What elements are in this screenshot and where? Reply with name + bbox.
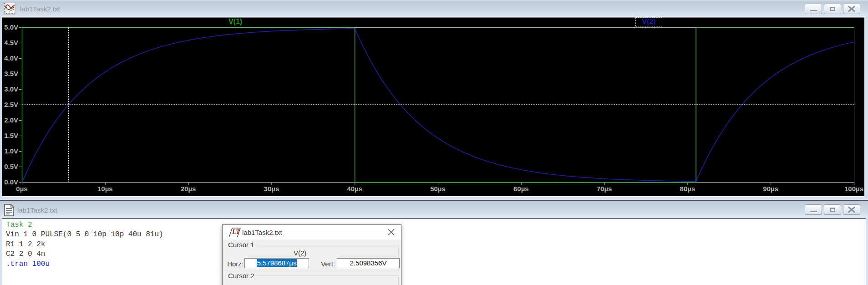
netlist-line[interactable]: Vin 1 0 PULSE(0 5 0 10p 10p 40u 81u) <box>6 230 163 239</box>
cursor1-group-label: Cursor 1 <box>227 241 256 249</box>
x-axis-label: 70µs <box>597 185 612 193</box>
x-axis-label: 90µs <box>763 185 778 193</box>
ltspice-app: lab1Task2.txt 5.0V4.5V4.0V3.5V3.0V2.5V2.… <box>0 0 868 285</box>
netlist-close-button[interactable] <box>843 204 860 215</box>
trace-label-v1[interactable]: V(1) <box>222 18 249 26</box>
trace-label-v2[interactable]: V(2) <box>635 17 662 26</box>
netlist-line[interactable]: Task 2 <box>6 220 163 230</box>
ltspice-logo-icon: LT <box>228 227 241 238</box>
waveform-minimize-button[interactable] <box>805 4 822 14</box>
x-axis-label: 40µs <box>347 185 362 193</box>
netlist-maximize-button[interactable] <box>824 204 841 215</box>
y-axis-label: 3.5V <box>0 70 18 78</box>
dialog-close-icon[interactable] <box>386 228 396 237</box>
netlist-window: lab1Task2.txt Task 2Vin 1 0 PULSE(0 5 0 … <box>0 200 868 285</box>
netlist-window-title: lab1Task2.txt <box>17 206 57 214</box>
plot-frame <box>22 28 854 183</box>
x-axis-label: 50µs <box>430 185 446 193</box>
y-axis-label: 3.0V <box>0 85 18 93</box>
vert-value-field[interactable]: 2.5098356V <box>337 258 400 268</box>
y-axis-label: 2.5V <box>0 101 18 109</box>
cursor-dialog: LT lab1Task2.txt Cursor 1 V(2) Horz: 5.5… <box>222 224 401 285</box>
netlist-line[interactable]: .tran 100u <box>6 260 163 269</box>
waveform-plot[interactable] <box>2 18 864 196</box>
x-axis-label: 80µs <box>680 185 695 193</box>
y-axis-label: 0.0V <box>0 178 18 186</box>
vert-value-text: 2.5098356V <box>350 259 387 267</box>
minimize-icon <box>810 211 817 212</box>
waveform-window-title: lab1Task2.txt <box>20 5 60 13</box>
x-axis-label: 0µs <box>16 185 27 193</box>
y-axis-label: 1.0V <box>0 147 18 155</box>
cursor1-trace-name: V(2) <box>294 249 330 257</box>
minimize-icon <box>810 10 817 11</box>
netlist-line[interactable]: C2 2 0 4n <box>6 249 163 259</box>
waveform-window-titlebar[interactable] <box>0 0 868 17</box>
x-axis-label: 30µs <box>264 185 279 193</box>
netlist-window-icon <box>4 204 15 216</box>
x-axis-label: 10µs <box>97 185 113 193</box>
maximize-icon <box>830 208 835 212</box>
netlist-window-titlebar[interactable] <box>0 201 868 218</box>
trace-v2 <box>22 29 854 183</box>
vert-label: Vert: <box>321 260 335 268</box>
maximize-icon <box>830 7 835 11</box>
waveform-close-button[interactable] <box>843 4 860 14</box>
close-icon <box>843 205 860 214</box>
y-axis-label: 5.0V <box>0 23 18 31</box>
netlist-minimize-button[interactable] <box>805 204 822 215</box>
waveform-maximize-button[interactable] <box>824 4 841 14</box>
horz-value-selected-text: 5.5798687µs <box>257 259 296 267</box>
x-axis-label: 60µs <box>513 185 529 193</box>
trace-v1 <box>22 28 854 183</box>
waveform-window: lab1Task2.txt 5.0V4.5V4.0V3.5V3.0V2.5V2.… <box>0 0 868 200</box>
y-axis-label: 4.5V <box>0 39 18 47</box>
x-axis-label: 20µs <box>181 185 196 193</box>
y-axis-label: 0.5V <box>0 163 18 171</box>
cursor2-group-label: Cursor 2 <box>227 272 256 280</box>
horz-label: Horz: <box>227 260 244 268</box>
close-icon <box>843 4 860 14</box>
netlist-line[interactable]: R1 1 2 2k <box>6 240 163 249</box>
y-axis-label: 4.0V <box>0 54 18 62</box>
horz-value-field[interactable]: 5.5798687µs <box>244 258 309 268</box>
y-axis-label: 1.5V <box>0 132 18 140</box>
waveform-window-icon <box>3 2 15 15</box>
x-axis-label: 100µs <box>844 185 863 193</box>
y-axis-label: 2.0V <box>0 116 18 124</box>
netlist-text[interactable]: Task 2Vin 1 0 PULSE(0 5 0 10p 10p 40u 81… <box>6 220 163 269</box>
cursor-dialog-title: lab1Task2.txt <box>242 229 282 236</box>
svg-text:LT: LT <box>232 229 240 235</box>
